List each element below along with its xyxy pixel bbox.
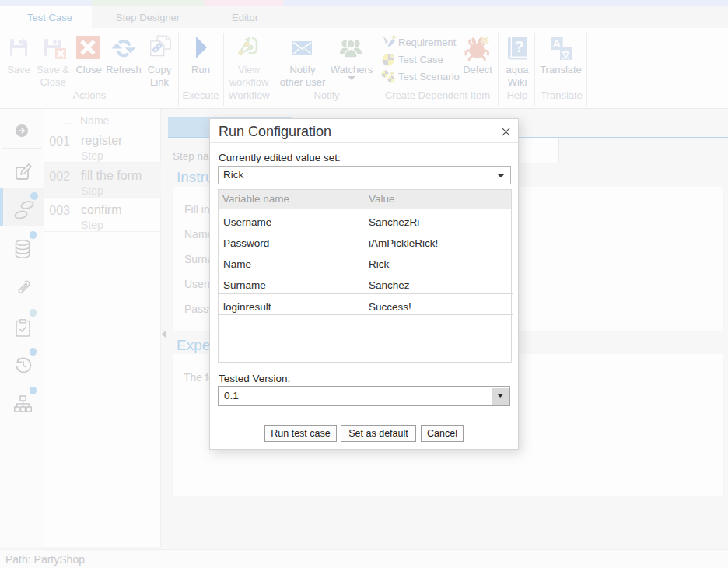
svg-text:?: ? [514, 38, 523, 55]
svg-text:A: A [553, 37, 562, 50]
